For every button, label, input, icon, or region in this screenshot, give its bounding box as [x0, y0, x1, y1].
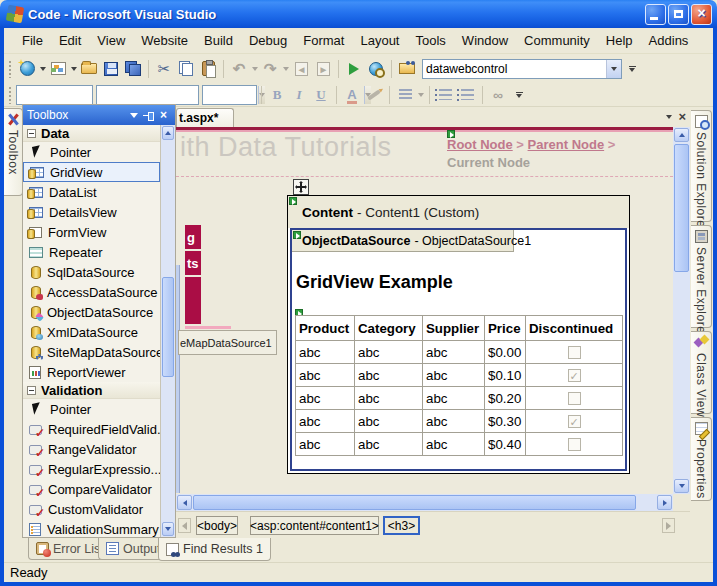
content-control-body[interactable]: ObjectDataSource - ObjectDataSource1 Gri…: [290, 228, 627, 471]
cell-product[interactable]: abc: [296, 387, 355, 410]
cell-category[interactable]: abc: [355, 364, 423, 387]
copy-button[interactable]: [175, 58, 197, 80]
toolbox-item-formview[interactable]: FormView: [23, 222, 160, 242]
toolbar-grip[interactable]: [8, 60, 12, 78]
menu-file[interactable]: File: [14, 30, 51, 51]
cell-product[interactable]: abc: [296, 364, 355, 387]
toolbox-scrollbar[interactable]: [160, 125, 175, 537]
cell-product[interactable]: abc: [296, 410, 355, 433]
toolbox-item-comparevalidator[interactable]: CompareValidator: [23, 479, 160, 499]
undo-button[interactable]: [228, 58, 250, 80]
toolbox-item-accessdatasource[interactable]: AccessDataSource: [23, 282, 160, 302]
cell-supplier[interactable]: abc: [423, 433, 485, 456]
search-dropdown-button[interactable]: [606, 60, 621, 78]
new-website-button[interactable]: [16, 58, 38, 80]
add-new-item-button[interactable]: [47, 58, 69, 80]
toolbox-side-tab[interactable]: Toolbox: [4, 108, 23, 196]
properties-tab[interactable]: Properties: [691, 417, 712, 501]
discontinued-checkbox[interactable]: [568, 438, 581, 451]
smart-tag-glyph[interactable]: [293, 231, 301, 239]
cut-button[interactable]: [153, 58, 175, 80]
start-debugging-button[interactable]: [343, 58, 365, 80]
toolbox-item-sitemapdatasource[interactable]: SiteMapDataSource: [23, 342, 160, 362]
minimize-button[interactable]: [645, 4, 666, 25]
open-file-button[interactable]: [78, 58, 100, 80]
maximize-button[interactable]: [668, 4, 689, 25]
menu-help[interactable]: Help: [598, 30, 641, 51]
menu-build[interactable]: Build: [196, 30, 241, 51]
solution-explorer-tab[interactable]: Solution Explorer: [691, 110, 712, 222]
hyperlink-button[interactable]: [487, 84, 509, 106]
cell-category[interactable]: abc: [355, 387, 423, 410]
toolbar-overflow-button[interactable]: [513, 85, 525, 105]
toolbox-item-reportviewer[interactable]: ReportViewer: [23, 362, 160, 382]
scroll-down-button[interactable]: [674, 479, 689, 493]
toolbox-item-regularexpressionvalidator[interactable]: RegularExpressio...: [23, 459, 160, 479]
italic-button[interactable]: I: [288, 84, 310, 106]
column-header-supplier[interactable]: Supplier: [423, 316, 485, 341]
gridview-example-heading[interactable]: GridView Example: [296, 272, 453, 293]
menu-addins[interactable]: Addins: [641, 30, 697, 51]
nav-menu-item[interactable]: g: [185, 225, 201, 249]
toolbox-section-validation[interactable]: Validation: [23, 382, 160, 399]
toolbox-item-pointer[interactable]: Pointer: [23, 399, 160, 419]
add-new-item-dropdown[interactable]: [69, 58, 78, 80]
toolbox-item-validationsummary[interactable]: ValidationSummary: [23, 519, 160, 537]
underline-button[interactable]: U: [310, 84, 332, 106]
tag-body[interactable]: <body>: [196, 516, 238, 535]
collapse-icon[interactable]: [27, 386, 36, 395]
find-in-files-button[interactable]: [396, 58, 418, 80]
nav-menu-item[interactable]: ts: [185, 251, 201, 275]
cell-product[interactable]: abc: [296, 341, 355, 364]
toolbox-item-objectdatasource[interactable]: ObjectDataSource: [23, 302, 160, 322]
smart-tag-glyph[interactable]: [289, 197, 297, 205]
redo-button[interactable]: [259, 58, 281, 80]
cell-price[interactable]: $0.40: [485, 433, 526, 456]
tag-navigator-next-button[interactable]: [662, 518, 675, 533]
move-handle[interactable]: [293, 179, 309, 195]
save-button[interactable]: [100, 58, 122, 80]
vertical-scroll-thumb[interactable]: [162, 277, 174, 377]
numbered-list-button[interactable]: [456, 84, 478, 106]
toolbox-close-button[interactable]: ×: [156, 108, 171, 123]
paste-button[interactable]: [197, 58, 219, 80]
toolbar-grip[interactable]: [8, 86, 12, 104]
breadcrumb-parent-link[interactable]: Parent Node: [528, 137, 605, 152]
nav-menu-item[interactable]: [185, 277, 201, 324]
menu-window[interactable]: Window: [454, 30, 516, 51]
navigate-backward-button[interactable]: [290, 58, 312, 80]
discontinued-checkbox[interactable]: ✓: [568, 415, 581, 428]
toolbox-section-data[interactable]: Data: [23, 125, 160, 142]
toolbox-item-sqldatasource[interactable]: SqlDataSource: [23, 262, 160, 282]
find-results-tab[interactable]: Find Results 1: [158, 538, 271, 561]
cell-price[interactable]: $0.20: [485, 387, 526, 410]
scroll-right-button[interactable]: [657, 495, 672, 510]
highlight-button[interactable]: [363, 84, 385, 106]
sitemapdatasource-control[interactable]: eMapDataSource1: [178, 330, 277, 355]
design-vertical-scrollbar[interactable]: [673, 127, 690, 494]
menu-tools[interactable]: Tools: [408, 30, 454, 51]
menu-view[interactable]: View: [89, 30, 133, 51]
scroll-up-button[interactable]: [162, 126, 174, 140]
column-header-category[interactable]: Category: [355, 316, 423, 341]
toolbox-item-pointer[interactable]: Pointer: [23, 142, 160, 162]
document-list-dropdown[interactable]: [666, 115, 672, 119]
column-header-price[interactable]: Price: [485, 316, 526, 341]
bold-button[interactable]: B: [266, 84, 288, 106]
view-in-browser-button[interactable]: [365, 58, 387, 80]
cell-supplier[interactable]: abc: [423, 410, 485, 433]
search-input[interactable]: [423, 62, 606, 76]
discontinued-checkbox[interactable]: [568, 346, 581, 359]
toolbox-item-customvalidator[interactable]: CustomValidator: [23, 499, 160, 519]
horizontal-scroll-thumb[interactable]: [193, 495, 636, 510]
toolbox-item-repeater[interactable]: Repeater: [23, 242, 160, 262]
tag-navigator-previous-button[interactable]: [178, 518, 191, 533]
redo-dropdown[interactable]: [281, 58, 290, 80]
class-view-tab[interactable]: Class View: [691, 331, 712, 414]
cell-category[interactable]: abc: [355, 410, 423, 433]
cell-supplier[interactable]: abc: [423, 341, 485, 364]
content-control[interactable]: Content - Content1 (Custom) ObjectDataSo…: [287, 195, 630, 474]
menu-format[interactable]: Format: [295, 30, 352, 51]
gridview-control[interactable]: Product Category Supplier Price Disconti…: [295, 315, 623, 456]
alignment-dropdown[interactable]: [416, 84, 425, 106]
